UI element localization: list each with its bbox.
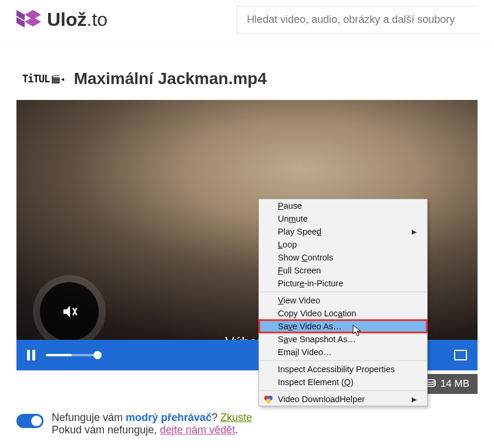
context-menu-item[interactable]: Loop	[259, 238, 427, 251]
logo-icon	[16, 10, 41, 30]
pause-button[interactable]	[27, 350, 35, 360]
context-menu-item[interactable]: Inspect Accessibility Properties	[259, 363, 427, 376]
submenu-arrow-icon: ▶	[412, 396, 416, 403]
logo-text-bold: Ulož	[47, 9, 87, 30]
search-container	[237, 6, 478, 34]
context-menu-item[interactable]: Copy Video Location	[259, 307, 427, 320]
submenu-arrow-icon: ▶	[412, 228, 416, 236]
volume-slider[interactable]	[46, 354, 98, 356]
context-menu-item[interactable]: Picture-in-Picture	[259, 277, 427, 290]
context-menu-item[interactable]: Unmute	[259, 212, 427, 225]
svg-point-3	[266, 399, 271, 403]
mute-button[interactable]	[40, 282, 99, 341]
fullscreen-button[interactable]	[454, 350, 467, 360]
context-menu-item[interactable]: Email Video…	[259, 346, 427, 359]
file-size-text: 14 MB	[441, 378, 469, 390]
context-menu-item[interactable]: Show Controls	[259, 251, 427, 264]
context-menu-separator	[260, 292, 426, 292]
camera-icon: 🎬◂	[51, 74, 64, 83]
context-menu-item[interactable]: Video DownloadHelper▶	[259, 393, 427, 406]
context-menu-item[interactable]: Play Speed▶	[259, 225, 427, 238]
context-menu-item[interactable]: Full Screen	[259, 264, 427, 277]
context-menu-item[interactable]: Inspect Element (Q)	[259, 376, 427, 389]
context-menu-item[interactable]: Save Snapshot As…	[259, 333, 427, 346]
mute-icon	[61, 303, 78, 320]
file-title-row: TiTUL🎬◂ Maximální Jackman.mp4	[0, 46, 494, 96]
search-input[interactable]	[237, 6, 478, 34]
try-classic-link[interactable]: Zkuste	[220, 412, 252, 423]
blue-player-link[interactable]: modrý přehrávač	[126, 412, 211, 423]
site-header: Ulož.to	[0, 0, 494, 46]
site-logo[interactable]: Ulož.to	[16, 9, 107, 31]
file-size-badge: 14 MB	[419, 374, 478, 394]
context-menu-item[interactable]: View Video	[259, 294, 427, 307]
context-menu-separator	[260, 360, 426, 361]
file-title: Maximální Jackman.mp4	[74, 69, 267, 88]
title-badge-icon: TiTUL🎬◂	[22, 73, 65, 85]
logo-text-rest: .to	[87, 9, 108, 30]
context-menu-item[interactable]: Save Video As…	[259, 320, 427, 333]
extension-icon	[264, 394, 273, 404]
let-us-know-link[interactable]: dejte nám vědět	[160, 424, 235, 436]
context-menu-separator	[260, 390, 426, 391]
player-toggle[interactable]	[16, 414, 43, 428]
context-menu: PauseUnmutePlay Speed▶LoopShow ControlsF…	[258, 199, 428, 406]
context-menu-item[interactable]: Pause	[259, 199, 427, 212]
